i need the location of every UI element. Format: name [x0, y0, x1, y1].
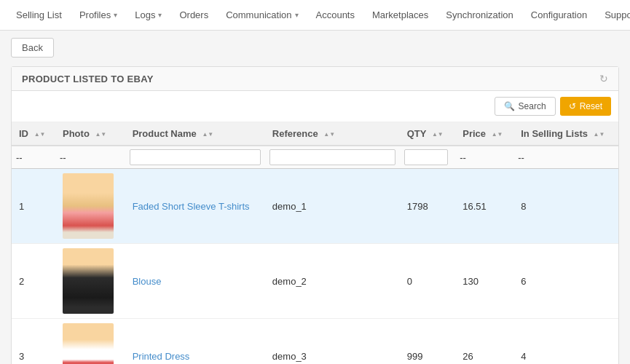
table-row: 3 Printed Dress demo_3 999 26 4: [12, 319, 618, 365]
reset-button[interactable]: ↺ Reset: [560, 97, 611, 116]
in-selling-lists-sort-icons[interactable]: ▲▼: [594, 132, 605, 138]
nav-synchronization[interactable]: Synchronization: [437, 0, 522, 31]
nav-marketplaces[interactable]: Marketplaces: [363, 0, 437, 31]
filter-id-placeholder: --: [16, 152, 23, 163]
filter-reference-input[interactable]: [269, 149, 395, 165]
nav-accounts[interactable]: Accounts: [307, 0, 363, 31]
col-header-reference: Reference ▲▼: [265, 122, 400, 146]
filter-price-placeholder: --: [460, 152, 466, 163]
col-header-product-name: Product Name ▲▼: [125, 122, 265, 146]
cell-reference: demo_2: [265, 244, 400, 319]
filter-photo-cell: --: [55, 146, 125, 169]
refresh-icon[interactable]: ↻: [599, 73, 608, 84]
product-image: [63, 323, 114, 364]
cell-in-selling-lists: 6: [513, 244, 618, 319]
filter-in-selling-lists-cell: --: [513, 146, 618, 169]
filter-product-name-input[interactable]: [130, 149, 261, 165]
cell-product-name: Faded Short Sleeve T-shirts: [125, 169, 265, 244]
price-sort-icons[interactable]: ▲▼: [492, 132, 503, 138]
cell-price: 26: [455, 319, 513, 365]
table-row: 2 Blouse demo_2 0 130 6: [12, 244, 618, 319]
filter-id-cell: --: [12, 146, 55, 169]
panel-header: PRODUCT LISTED TO EBAY ↻: [12, 67, 618, 91]
photo-sort-icons[interactable]: ▲▼: [95, 132, 106, 138]
search-button[interactable]: 🔍 Search: [495, 97, 556, 116]
toolbar: 🔍 Search ↺ Reset: [12, 91, 618, 122]
nav-orders[interactable]: Orders: [170, 0, 217, 31]
filter-photo-placeholder: --: [60, 152, 66, 163]
col-header-qty: QTY ▲▼: [400, 122, 456, 146]
nav-profiles[interactable]: Profiles ▾: [71, 0, 126, 31]
col-header-in-selling-lists: In Selling Lists ▲▼: [513, 122, 618, 146]
cell-in-selling-lists: 4: [513, 319, 618, 365]
reset-icon: ↺: [569, 101, 576, 111]
cell-photo: [55, 169, 125, 244]
nav-logs[interactable]: Logs ▾: [126, 0, 170, 31]
id-sort-icons[interactable]: ▲▼: [34, 132, 46, 138]
product-name-link[interactable]: Blouse: [133, 276, 162, 287]
back-button[interactable]: Back: [11, 38, 54, 58]
product-name-sort-icons[interactable]: ▲▼: [202, 132, 213, 138]
nav-support[interactable]: Support: [596, 0, 630, 31]
nav-selling-list[interactable]: Selling List: [7, 0, 71, 31]
table-body: 1 Faded Short Sleeve T-shirts demo_1 179…: [12, 169, 618, 365]
nav-configuration[interactable]: Configuration: [522, 0, 596, 31]
product-name-link[interactable]: Faded Short Sleeve T-shirts: [133, 201, 250, 212]
filter-qty-cell: [400, 146, 456, 169]
cell-price: 16.51: [455, 169, 513, 244]
search-icon: 🔍: [504, 101, 515, 111]
col-header-id: ID ▲▼: [12, 122, 55, 146]
cell-product-name: Blouse: [125, 244, 265, 319]
filter-product-name-cell: [125, 146, 265, 169]
qty-sort-icons[interactable]: ▲▼: [432, 132, 444, 138]
cell-qty: 1798: [400, 169, 456, 244]
product-image: [63, 173, 114, 239]
cell-qty: 999: [400, 319, 456, 365]
cell-qty: 0: [400, 244, 456, 319]
communication-dropdown-caret: ▾: [295, 11, 299, 19]
cell-id: 3: [12, 319, 55, 365]
logs-dropdown-caret: ▾: [158, 11, 162, 19]
cell-reference: demo_1: [265, 169, 400, 244]
cell-id: 1: [12, 169, 55, 244]
main-content: Back PRODUCT LISTED TO EBAY ↻ 🔍 Search ↺…: [0, 31, 630, 364]
product-image: [63, 248, 114, 314]
filter-qty-input[interactable]: [404, 149, 448, 165]
nav-right: Support: [596, 0, 630, 31]
filter-in-selling-lists-placeholder: --: [518, 152, 524, 163]
cell-in-selling-lists: 8: [513, 169, 618, 244]
nav-items-left: Selling List Profiles ▾ Logs ▾ Orders Co…: [7, 0, 596, 31]
col-header-price: Price ▲▼: [455, 122, 513, 146]
col-header-photo: Photo ▲▼: [55, 122, 125, 146]
reference-sort-icons[interactable]: ▲▼: [323, 132, 335, 138]
cell-price: 130: [455, 244, 513, 319]
cell-reference: demo_3: [265, 319, 400, 365]
nav-communication[interactable]: Communication ▾: [217, 0, 307, 31]
cell-id: 2: [12, 244, 55, 319]
cell-product-name: Printed Dress: [125, 319, 265, 365]
filter-price-cell: --: [455, 146, 513, 169]
product-panel: PRODUCT LISTED TO EBAY ↻ 🔍 Search ↺ Rese…: [11, 66, 619, 364]
filter-row: -- -- --: [12, 146, 618, 169]
top-navigation: Selling List Profiles ▾ Logs ▾ Orders Co…: [0, 0, 630, 31]
cell-photo: [55, 319, 125, 365]
panel-title: PRODUCT LISTED TO EBAY: [22, 74, 154, 84]
product-name-link[interactable]: Printed Dress: [133, 351, 190, 362]
profiles-dropdown-caret: ▾: [114, 11, 117, 19]
table-header-row: ID ▲▼ Photo ▲▼ Product Name ▲▼ Reference…: [12, 122, 618, 146]
table-row: 1 Faded Short Sleeve T-shirts demo_1 179…: [12, 169, 618, 244]
filter-reference-cell: [265, 146, 400, 169]
cell-photo: [55, 244, 125, 319]
products-table: ID ▲▼ Photo ▲▼ Product Name ▲▼ Reference…: [12, 122, 618, 364]
